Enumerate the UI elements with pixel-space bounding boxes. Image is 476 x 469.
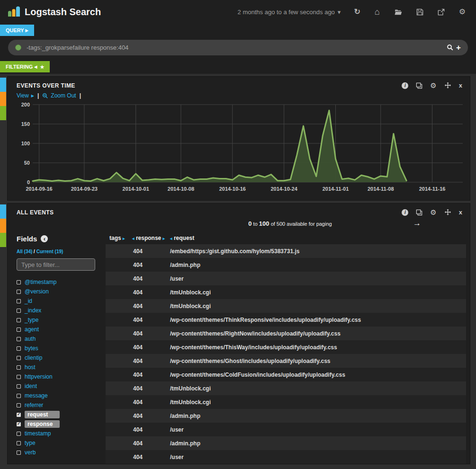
field-checkbox[interactable] [17,309,21,313]
timepicker-dropdown[interactable]: 2 months ago to a few seconds ago ▾ [238,9,341,16]
next-page-arrow-icon[interactable]: → [413,219,421,228]
row-stripe-blue[interactable] [0,204,6,219]
info-icon[interactable]: i [402,209,408,216]
fields-all-link[interactable]: All (34) [17,249,32,254]
table-row[interactable]: 404/tmUnblock.cgi [106,395,466,409]
field-item-_id[interactable]: _id [17,296,106,306]
field-item-@timestamp[interactable]: @timestamp [17,277,106,287]
field-checkbox[interactable] [17,413,21,417]
table-row[interactable]: 404/admin.php [106,436,466,450]
table-row[interactable]: 404/tmUnblock.cgi [106,381,466,395]
field-checkbox[interactable] [17,346,21,351]
field-checkbox[interactable] [17,299,21,303]
sort-left-icon[interactable]: ◂ [132,236,135,241]
home-icon[interactable]: ⌂ [375,8,380,16]
info-icon[interactable]: i [402,82,408,89]
field-checkbox[interactable] [17,375,21,379]
field-checkbox[interactable] [17,451,21,455]
close-icon[interactable]: x [459,209,462,216]
table-row[interactable]: 404/tmUnblock.cgi [106,299,466,313]
field-label[interactable]: _type [25,317,38,323]
field-checkbox[interactable] [17,422,21,426]
folder-open-icon[interactable] [394,9,402,16]
field-label[interactable]: type [25,440,36,446]
zoom-out-button[interactable]: Zoom Out [42,92,76,99]
close-icon[interactable]: x [459,82,462,89]
field-item-type[interactable]: type [17,438,106,448]
field-checkbox[interactable] [17,394,21,398]
gear-icon[interactable]: ⚙ [430,82,436,89]
move-icon[interactable] [444,82,451,89]
field-item-auth[interactable]: auth [17,334,106,344]
row-stripe-blue[interactable] [0,78,6,92]
table-row[interactable]: 404/wp-content/themes/RightNow/includes/… [106,327,466,340]
field-label[interactable]: httpversion [25,373,53,380]
row-stripe-orange[interactable] [0,219,6,233]
field-item-httpversion[interactable]: httpversion [17,372,106,381]
refresh-icon[interactable]: ↻ [354,8,360,16]
field-label[interactable]: host [25,364,36,371]
column-header-tags[interactable]: tags ▸ [106,235,132,241]
filtering-tab[interactable]: FILTERING ◀ ★ [0,61,50,72]
field-label[interactable]: referrer [25,402,43,408]
field-item-host[interactable]: host [17,363,106,372]
sort-right-icon[interactable]: ▸ [163,236,165,241]
table-row[interactable]: 404/wp-content/themes/ThinkResponsive/in… [106,313,466,327]
field-item-verb[interactable]: verb [17,448,106,457]
query-input[interactable]: -tags:_grokparsefailure response:404 + [8,40,468,55]
add-query-icon[interactable]: + [456,44,461,52]
field-label[interactable]: _id [25,298,32,304]
field-checkbox[interactable] [17,403,21,407]
field-label[interactable]: ident [25,383,37,389]
field-item-@version[interactable]: @version [17,287,106,296]
view-menu[interactable]: View ▶ [17,92,34,99]
table-row[interactable]: 404/wp-content/themes/ColdFusion/include… [106,368,466,381]
field-checkbox[interactable] [17,280,21,284]
field-checkbox[interactable] [17,384,21,389]
table-row[interactable]: 404/wp-content/themes/ThisWay/includes/u… [106,340,466,354]
column-header-response[interactable]: ◂ response ▸ [132,235,170,241]
field-label[interactable]: timestamp [25,430,51,437]
field-label[interactable]: verb [25,449,36,456]
fields-current-link[interactable]: Current (19) [36,249,63,254]
query-value[interactable]: -tags:_grokparsefailure response:404 [27,44,447,51]
field-item-request[interactable]: request [17,410,106,419]
table-row[interactable]: 404/admin.php [106,258,466,272]
row-stripe-green[interactable] [0,233,6,247]
sort-right-icon[interactable]: ▸ [123,236,125,241]
sort-left-icon[interactable]: ◂ [170,236,172,241]
table-row[interactable]: 404/user [106,450,466,464]
share-icon[interactable] [438,9,445,16]
field-label[interactable]: @timestamp [25,279,57,285]
row-stripe-orange[interactable] [0,92,6,106]
field-item-response[interactable]: response [17,419,106,429]
field-item-message[interactable]: message [17,391,106,400]
query-tab[interactable]: QUERY ▶ [0,25,34,36]
field-checkbox[interactable] [17,356,21,360]
table-row[interactable]: 404/wp-content/themes/Ghost/includes/upl… [106,354,466,368]
gear-icon[interactable]: ⚙ [459,8,466,16]
field-item-ident[interactable]: ident [17,381,106,391]
field-label[interactable]: response [25,420,60,428]
field-item-_type[interactable]: _type [17,315,106,325]
field-label[interactable]: _index [25,307,41,314]
field-filter-input[interactable] [17,258,95,271]
save-icon[interactable] [416,9,423,16]
query-color-dot-icon[interactable] [15,44,21,51]
collapse-fields-icon[interactable]: ‹ [41,235,48,242]
field-checkbox[interactable] [17,365,21,370]
row-stripe-green[interactable] [0,106,6,120]
column-header-request[interactable]: ◂ request [170,235,466,241]
duplicate-icon[interactable] [416,209,422,216]
field-label[interactable]: clientip [25,354,42,361]
field-item-agent[interactable]: agent [17,325,106,334]
field-checkbox[interactable] [17,432,21,436]
field-item-bytes[interactable]: bytes [17,344,106,353]
duplicate-icon[interactable] [416,82,422,89]
field-label[interactable]: @version [25,288,49,295]
search-icon[interactable] [447,44,454,51]
field-item-clientip[interactable]: clientip [17,353,106,363]
field-label[interactable]: bytes [25,345,38,352]
table-row[interactable]: 404/user [106,423,466,436]
table-row[interactable]: 404/admin.php [106,409,466,423]
